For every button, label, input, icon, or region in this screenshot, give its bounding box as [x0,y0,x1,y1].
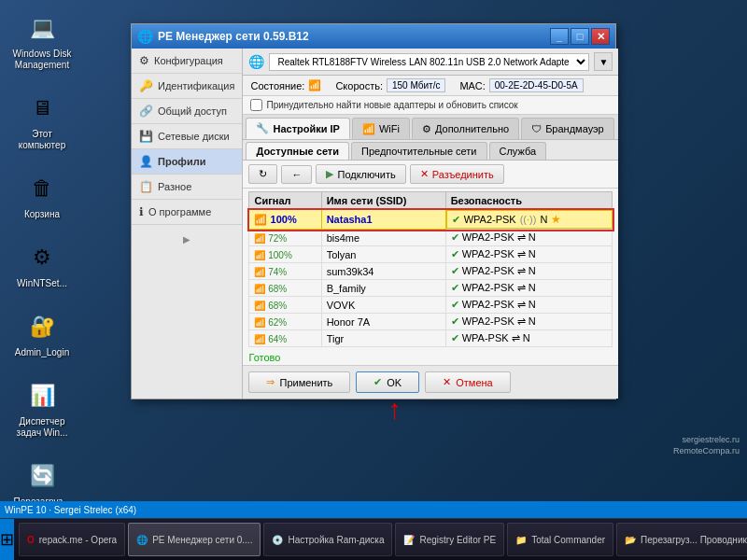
taskbar-item-opera[interactable]: O repack.me - Opera [19,523,125,556]
security-value: WPA2-PSK [464,214,516,225]
tab-firewall-icon: 🛡 [531,123,542,134]
sidebar-item-profiles[interactable]: 👤 Профили [132,149,242,175]
about-icon: ℹ [139,205,144,218]
dialog-body: ⚙ Конфигурация 🔑 Идентификация 🔗 Общий д… [132,49,615,399]
desktop-icon-taskmgr[interactable]: 📊 Диспетчер задач Win... [9,377,75,439]
sub-tabs: Доступные сети Предпочтительные сети Слу… [243,140,618,161]
sidebar-item-misc[interactable]: 📋 Разное [132,175,242,200]
force-refresh-checkbox[interactable] [250,99,262,111]
signal-pct: 📶 74% [254,267,287,277]
table-row[interactable]: 📶 100% Tolyan ✔ WPA2-PSK ⇌ N [249,246,613,263]
sidebar-item-drives[interactable]: 💾 Сетевые диски [132,124,242,149]
subtab-service[interactable]: Служба [489,142,547,160]
tab-ip-label: Настройки IP [273,123,339,134]
connect-button[interactable]: ▶ Подключить [316,164,405,184]
toolbar: ↻ ← ▶ Подключить ✕ Разъединить [243,161,618,189]
checkbox-bar[interactable]: Принудительно найти новые адаптеры и обн… [243,96,618,115]
pe-network-tab-label: PE Менеджер сети 0.... [152,535,252,545]
desktop-icon-my-computer[interactable]: 🖥 Этот компьютер [9,90,75,151]
apply-icon: ⇒ [266,376,275,388]
disconnect-button[interactable]: ✕ Разъединить [410,164,504,184]
sidebar-item-sharing[interactable]: 🔗 Общий доступ [132,99,242,124]
ssid-cell: bis4me [321,230,445,246]
table-row[interactable]: 📶 100% Natasha1 ✔ WPA2-PSK ((·)) N [249,210,613,230]
dialog-title-icon: 🌐 [137,29,153,44]
taskbar-item-ramcfg[interactable]: 💿 Настройка Ram-диска [263,523,392,556]
speed-value: 150 Мбит/с [387,78,445,92]
taskbar-item-total[interactable]: 📁 Total Commander [507,523,613,556]
refresh-button[interactable]: ↻ [248,164,277,184]
security-cell: ✔ WPA2-PSK ⇌ N [445,314,613,330]
ssid-cell: Honor 7A [321,314,445,330]
maximize-button[interactable]: □ [571,28,589,45]
red-arrow-annotation: ↓ [388,398,402,429]
status-label: Состояние: [250,80,304,91]
subtab-available[interactable]: Доступные сети [246,142,349,160]
explorer-icon: 📂 [625,535,636,545]
table-row[interactable]: 📶 72% bis4me ✔ WPA2-PSK ⇌ N [249,230,613,246]
adapter-select[interactable]: Realtek RTL8188FTV Wireless LAN 802.11n … [269,53,589,71]
close-button[interactable]: ✕ [591,28,610,45]
winpe-info-bar: WinPE 10 · Sergei Strelec (x64) [0,501,747,518]
status-state: Состояние: 📶 [250,79,321,91]
table-row[interactable]: 📶 64% Tigr ✔ WPA-PSK ⇌ N [249,330,613,347]
disconnect-label: Разъединить [432,169,494,180]
opera-tab-label: repack.me - Opera [39,535,117,545]
back-button[interactable]: ← [281,165,312,184]
cancel-label: Отмена [456,377,492,388]
ok-button[interactable]: ✔ OK [356,371,419,393]
apply-button[interactable]: ⇒ Применить [248,371,350,393]
desktop-icon-recycle[interactable]: 🗑 Корзина [9,170,75,220]
ssid-cell: Tigr [321,330,445,347]
tab-wifi-label: WiFi [379,123,400,134]
taskbar-item-pe-network[interactable]: 🌐 PE Менеджер сети 0.... [128,523,261,556]
net-icon: ⇌ [517,299,526,310]
tab-firewall-label: Брандмауэр [545,123,604,134]
checkbox-label: Принудительно найти новые адаптеры и обн… [266,100,517,110]
tab-wifi-icon: 📶 [362,123,375,135]
table-row[interactable]: 📶 74% sum39k34 ✔ WPA2-PSK ⇌ N [249,263,613,280]
taskbar-item-explorer[interactable]: 📂 Перезагруз... Проводник [616,523,747,556]
network-table-container: Сигнал Имя сети (SSID) Безопасность 📶 10… [243,189,618,350]
desktop-icon-winntset[interactable]: ⚙ WinNTSet... [9,239,75,289]
tab-advanced[interactable]: ⚙ Дополнительно [412,118,519,139]
taskbar-item-registry[interactable]: 📝 Registry Editor PE [395,523,504,556]
status-mac: МАС: 00-2E-2D-45-D0-5A [459,78,583,92]
col-ssid: Имя сети (SSID) [321,192,445,210]
sidebar-label-about: О программе [148,206,211,217]
wifi-signal-icon: ((·)) [520,214,537,225]
desktop-icon-admin[interactable]: 🔐 Admin_Login [9,308,75,358]
check-icon: ✔ [451,299,459,310]
watermark: sergiestrelec.ru RemoteCompa.ru [673,434,740,457]
sidebar-item-identity[interactable]: 🔑 Идентификация [132,74,242,99]
signal-cell: 📶 74% [249,263,321,280]
net-icon: ⇌ [517,248,526,259]
minimize-button[interactable]: _ [550,28,569,45]
adapter-refresh-button[interactable]: ▼ [594,52,613,71]
net-icon: ⇌ [517,231,526,243]
sidebar-item-about[interactable]: ℹ О программе [132,200,242,225]
subtab-preferred[interactable]: Предпочтительные сети [351,142,486,160]
table-row[interactable]: 📶 62% Honor 7A ✔ WPA2-PSK ⇌ N [249,314,613,330]
table-row[interactable]: 📶 68% VOVK ✔ WPA2-PSK ⇌ N [249,297,613,314]
watermark-line2: RemoteCompa.ru [673,445,740,457]
ok-label: OK [387,377,402,388]
start-button[interactable]: ⊞ [0,519,14,561]
n-letter: N [540,214,547,225]
mac-label: МАС: [459,80,485,91]
action-buttons-row: ⇒ Применить ✔ OK ✕ Отмена [243,365,618,399]
main-tabs: 🔧 Настройки IP 📶 WiFi ⚙ Дополнительно 🛡 … [243,115,618,140]
desktop-icon-disk-mgmt[interactable]: 💻 Windows Disk Management [9,9,75,71]
cancel-button[interactable]: ✕ Отмена [425,371,510,393]
tab-firewall[interactable]: 🛡 Брандмауэр [521,118,614,139]
table-row[interactable]: 📶 68% B_family ✔ WPA2-PSK ⇌ N [249,280,613,297]
tab-wifi[interactable]: 📶 WiFi [352,118,410,139]
security-check-icon: ✔ [452,214,460,226]
sidebar-label-profiles: Профили [158,156,205,167]
net-icon: ⇌ [517,265,526,276]
tab-ip-icon: 🔧 [256,122,269,134]
sidebar-item-config[interactable]: ⚙ Конфигурация [132,49,242,74]
sidebar-expand[interactable]: ▶ [132,230,242,249]
apply-label: Применить [279,377,332,388]
tab-ip-settings[interactable]: 🔧 Настройки IP [246,118,349,139]
